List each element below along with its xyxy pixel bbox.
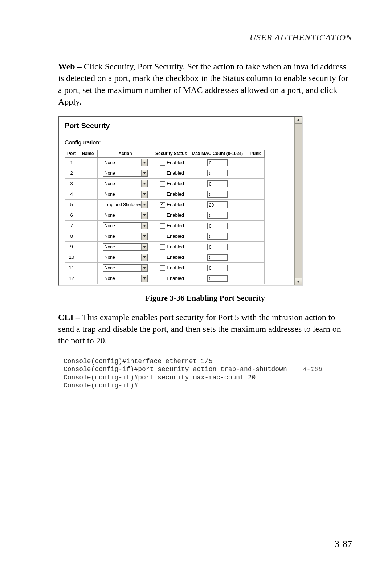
action-select-value: None [103, 255, 141, 260]
action-select[interactable]: None [103, 233, 148, 240]
name-cell [78, 220, 98, 231]
maxmac-input[interactable]: 20 [207, 201, 228, 208]
status-checkbox[interactable] [160, 181, 165, 187]
maxmac-cell: 0 [189, 231, 245, 241]
status-checkbox[interactable] [160, 255, 165, 260]
table-row: 5Trap and ShutdownEnabled20 [65, 199, 265, 210]
trunk-cell [245, 220, 265, 231]
action-select[interactable]: None [103, 264, 148, 272]
name-cell [78, 273, 98, 284]
chevron-down-icon[interactable] [141, 170, 147, 176]
status-checkbox[interactable] [160, 223, 165, 229]
action-select[interactable]: None [103, 275, 148, 282]
svg-marker-10 [143, 267, 146, 269]
action-select[interactable]: Trap and Shutdown [103, 201, 148, 208]
svg-marker-6 [143, 225, 146, 227]
status-cell: Enabled [153, 168, 189, 178]
status-checkbox[interactable] [160, 265, 165, 271]
scroll-up-button[interactable] [295, 117, 302, 124]
trunk-cell [245, 178, 265, 189]
maxmac-input[interactable]: 0 [207, 191, 228, 198]
port-security-screenshot: Port Security Configuration: Port Name A… [58, 116, 303, 286]
port-cell: 1 [65, 157, 78, 168]
action-select[interactable]: None [103, 170, 148, 177]
status-checkbox[interactable] [160, 213, 165, 218]
chevron-down-icon[interactable] [141, 180, 147, 187]
status-label: Enabled [167, 244, 184, 249]
status-label: Enabled [167, 170, 184, 176]
action-select[interactable]: None [103, 191, 148, 198]
trunk-cell [245, 157, 265, 168]
name-cell [78, 189, 98, 199]
action-select[interactable]: None [103, 212, 148, 219]
trunk-cell [245, 252, 265, 262]
name-cell [78, 157, 98, 168]
chevron-down-icon[interactable] [141, 212, 147, 219]
chevron-down-icon[interactable] [141, 201, 147, 208]
maxmac-cell: 0 [189, 273, 245, 284]
chevron-down-icon [297, 281, 300, 283]
action-select[interactable]: None [103, 243, 148, 251]
chevron-down-icon[interactable] [141, 223, 147, 229]
maxmac-input[interactable]: 0 [207, 223, 228, 229]
maxmac-input[interactable]: 0 [207, 180, 228, 187]
action-select[interactable]: None [103, 254, 148, 261]
chevron-up-icon [297, 119, 300, 121]
status-checkbox[interactable] [160, 276, 165, 281]
maxmac-cell: 0 [189, 220, 245, 231]
chevron-down-icon[interactable] [141, 265, 147, 271]
scrollbar-track[interactable] [295, 124, 302, 278]
web-paragraph: Web – Click Security, Port Security. Set… [58, 61, 352, 108]
chevron-down-icon[interactable] [141, 275, 147, 282]
port-cell: 11 [65, 262, 78, 273]
table-row: 9NoneEnabled0 [65, 241, 265, 252]
status-checkbox[interactable] [160, 234, 165, 239]
chevron-down-icon[interactable] [141, 191, 147, 198]
status-label: Enabled [167, 212, 184, 218]
action-select[interactable]: None [103, 180, 148, 187]
status-checkbox[interactable] [160, 171, 165, 176]
chevron-down-icon[interactable] [141, 254, 147, 261]
maxmac-input[interactable]: 0 [207, 212, 228, 219]
cli-listing: Console(config)#interface ethernet 1/5 C… [58, 354, 352, 393]
action-select[interactable]: None [103, 159, 148, 166]
action-select-value: None [103, 171, 141, 176]
status-cell: Enabled [153, 252, 189, 262]
status-checkbox[interactable] [160, 244, 165, 250]
name-cell [78, 168, 98, 178]
maxmac-input[interactable]: 0 [207, 233, 228, 240]
trunk-cell [245, 262, 265, 273]
status-checkbox[interactable] [160, 192, 165, 197]
maxmac-cell: 0 [189, 178, 245, 189]
maxmac-input[interactable]: 0 [207, 159, 228, 166]
chevron-down-icon[interactable] [141, 244, 147, 250]
port-cell: 10 [65, 252, 78, 262]
maxmac-input[interactable]: 0 [207, 244, 228, 250]
scrollbar[interactable] [294, 117, 302, 285]
page-number: 3-87 [335, 539, 352, 550]
maxmac-cell: 0 [189, 252, 245, 262]
maxmac-cell: 0 [189, 189, 245, 199]
action-select-value: None [103, 213, 141, 218]
maxmac-input[interactable]: 0 [207, 254, 228, 261]
action-cell: None [98, 210, 153, 220]
status-checkbox[interactable] [160, 202, 165, 208]
status-cell: Enabled [153, 210, 189, 220]
status-label: Enabled [167, 223, 184, 228]
running-header: USER AUTHENTICATION [58, 33, 352, 42]
maxmac-input[interactable]: 0 [207, 265, 228, 271]
page: USER AUTHENTICATION Web – Click Security… [0, 0, 392, 570]
status-cell: Enabled [153, 262, 189, 273]
status-checkbox[interactable] [160, 160, 165, 166]
scroll-down-button[interactable] [295, 278, 302, 285]
chevron-down-icon[interactable] [141, 233, 147, 240]
action-select[interactable]: None [103, 222, 148, 229]
cli-line-1: Console(config)#interface ethernet 1/5 [64, 358, 212, 365]
port-security-table: Port Name Action Security Status Max MAC… [65, 150, 265, 284]
maxmac-cell: 0 [189, 262, 245, 273]
chevron-down-icon[interactable] [141, 159, 147, 166]
maxmac-input[interactable]: 0 [207, 275, 228, 282]
maxmac-input[interactable]: 0 [207, 170, 228, 176]
maxmac-cell: 20 [189, 199, 245, 210]
svg-marker-4 [143, 204, 146, 206]
